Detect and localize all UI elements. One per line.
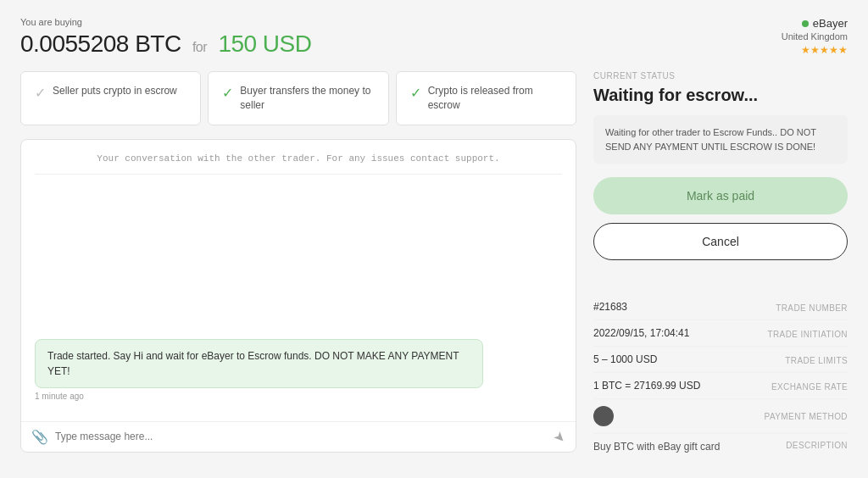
step-1-icon: ✓ bbox=[35, 85, 46, 101]
trade-limits-label: TRADE LIMITS bbox=[785, 356, 848, 365]
username: eBayer bbox=[813, 17, 848, 30]
user-country: United Kingdom bbox=[782, 31, 848, 42]
left-panel: ✓ Seller puts crypto in escrow ✓ Buyer t… bbox=[20, 71, 576, 459]
step-3-icon: ✓ bbox=[410, 85, 421, 101]
trade-limits-row: 5 – 1000 USD TRADE LIMITS bbox=[593, 347, 848, 373]
step-2-icon: ✓ bbox=[222, 85, 233, 101]
buying-label: You are buying bbox=[20, 17, 312, 27]
description-row: Buy BTC with eBay gift card DESCRIPTION bbox=[593, 434, 848, 459]
chat-input[interactable] bbox=[55, 431, 548, 442]
payment-method-label: PAYMENT METHOD bbox=[765, 412, 848, 421]
step-2-label: Buyer transfers the money to seller bbox=[240, 84, 374, 113]
step-1: ✓ Seller puts crypto in escrow bbox=[20, 71, 201, 125]
exchange-rate-label: EXCHANGE RATE bbox=[771, 382, 848, 392]
step-3: ✓ Crypto is released from escrow bbox=[396, 71, 576, 125]
buying-section: You are buying 0.0055208 BTC for 150 USD bbox=[20, 17, 312, 58]
chat-divider bbox=[35, 174, 562, 175]
chat-messages: Trade started. Say Hi and wait for eBaye… bbox=[35, 185, 562, 408]
chat-input-row: 📎 ➤ bbox=[21, 421, 576, 452]
step-2: ✓ Buyer transfers the money to seller bbox=[208, 71, 388, 125]
user-status: eBayer bbox=[782, 17, 848, 30]
user-info: eBayer United Kingdom ★★★★★ bbox=[782, 17, 848, 56]
for-text: for bbox=[192, 40, 207, 54]
steps-row: ✓ Seller puts crypto in escrow ✓ Buyer t… bbox=[20, 71, 576, 125]
exchange-rate-row: 1 BTC = 27169.99 USD EXCHANGE RATE bbox=[593, 373, 848, 399]
description-label: DESCRIPTION bbox=[786, 441, 848, 450]
chat-placeholder: Your conversation with the other trader.… bbox=[35, 153, 562, 164]
chat-box: Your conversation with the other trader.… bbox=[20, 139, 576, 453]
step-1-label: Seller puts crypto in escrow bbox=[53, 84, 177, 98]
user-stars: ★★★★★ bbox=[782, 44, 848, 56]
trade-number-label: TRADE NUMBER bbox=[776, 303, 848, 313]
crypto-amount: 0.0055208 BTC bbox=[20, 31, 181, 57]
escrow-notice: Waiting for other trader to Escrow Funds… bbox=[593, 115, 848, 164]
payment-method-icon bbox=[593, 406, 614, 426]
right-panel: CURRENT STATUS Waiting for escrow... Wai… bbox=[593, 71, 848, 459]
step-3-label: Crypto is released from escrow bbox=[428, 84, 562, 113]
buying-amount: 0.0055208 BTC for 150 USD bbox=[20, 31, 312, 58]
attach-icon[interactable]: 📎 bbox=[31, 429, 48, 445]
mark-paid-button[interactable]: Mark as paid bbox=[593, 177, 848, 214]
online-indicator bbox=[802, 20, 809, 27]
fiat-amount: 150 USD bbox=[218, 31, 311, 57]
trade-number-row: #21683 TRADE NUMBER bbox=[593, 294, 848, 320]
message-bubble: Trade started. Say Hi and wait for eBaye… bbox=[35, 339, 483, 388]
trade-details: #21683 TRADE NUMBER 2022/09/15, 17:04:41… bbox=[593, 294, 848, 459]
trade-limits-value: 5 – 1000 USD bbox=[593, 353, 657, 365]
chat-area: Your conversation with the other trader.… bbox=[21, 140, 576, 421]
cancel-button[interactable]: Cancel bbox=[593, 223, 848, 260]
message-time: 1 minute ago bbox=[35, 392, 562, 401]
trade-initiation-label: TRADE INITIATION bbox=[767, 330, 848, 339]
status-heading: Waiting for escrow... bbox=[593, 86, 848, 105]
payment-method-row: PAYMENT METHOD bbox=[593, 399, 848, 434]
send-icon[interactable]: ➤ bbox=[550, 427, 570, 447]
current-status-label: CURRENT STATUS bbox=[593, 71, 848, 81]
trade-initiation-row: 2022/09/15, 17:04:41 TRADE INITIATION bbox=[593, 320, 848, 347]
exchange-rate-value: 1 BTC = 27169.99 USD bbox=[593, 380, 700, 392]
trade-number-value: #21683 bbox=[593, 301, 627, 313]
trade-initiation-value: 2022/09/15, 17:04:41 bbox=[593, 327, 689, 339]
description-value: Buy BTC with eBay gift card bbox=[593, 441, 720, 453]
